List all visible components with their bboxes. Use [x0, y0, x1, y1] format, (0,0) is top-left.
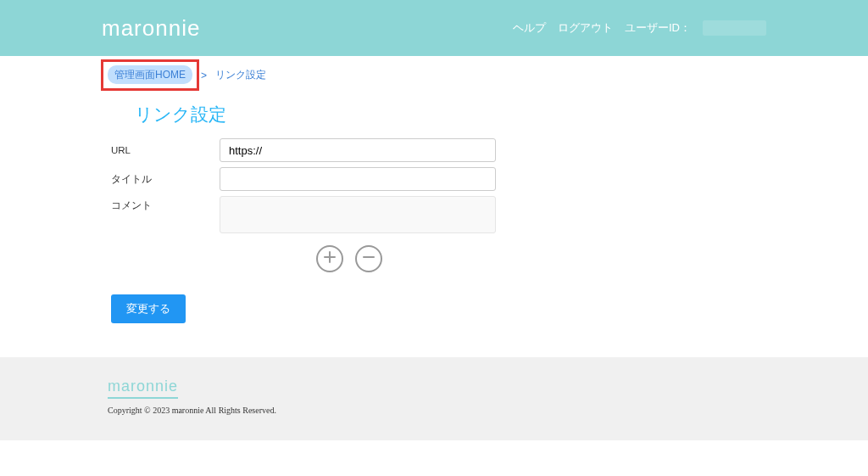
logo: maronnie	[102, 15, 200, 42]
title-row: タイトル	[108, 167, 760, 191]
page-title: リンク設定	[108, 91, 760, 138]
breadcrumb: 管理画面HOME > リンク設定	[108, 56, 760, 91]
user-id-value	[703, 20, 766, 36]
help-link[interactable]: ヘルプ	[513, 20, 546, 36]
user-id-label: ユーザーID：	[625, 20, 691, 36]
footer-copyright: Copyright © 2023 maronnie All Rights Res…	[108, 406, 760, 415]
comment-input[interactable]	[220, 196, 496, 233]
breadcrumb-separator: >	[201, 70, 207, 81]
title-label: タイトル	[108, 173, 220, 186]
footer-logo: maronnie	[108, 378, 178, 399]
comment-row: コメント	[108, 196, 760, 233]
remove-button[interactable]	[355, 245, 382, 272]
plus-icon	[323, 250, 337, 267]
add-button[interactable]	[316, 245, 343, 272]
header-right: ヘルプ ログアウト ユーザーID：	[513, 20, 766, 36]
breadcrumb-current: リンク設定	[215, 68, 266, 82]
title-input[interactable]	[220, 167, 496, 191]
comment-label: コメント	[108, 196, 220, 212]
url-input[interactable]	[220, 138, 496, 162]
logout-link[interactable]: ログアウト	[558, 20, 613, 36]
footer: maronnie Copyright © 2023 maronnie All R…	[0, 357, 868, 440]
submit-button[interactable]: 変更する	[111, 294, 186, 323]
add-remove-row	[108, 245, 760, 272]
url-row: URL	[108, 138, 760, 162]
url-label: URL	[108, 145, 220, 155]
header: maronnie ヘルプ ログアウト ユーザーID：	[0, 0, 868, 56]
minus-icon	[362, 250, 376, 267]
main: 管理画面HOME > リンク設定 リンク設定 URL タイトル コメント 変更す…	[108, 56, 760, 323]
breadcrumb-home-link[interactable]: 管理画面HOME	[108, 65, 192, 84]
